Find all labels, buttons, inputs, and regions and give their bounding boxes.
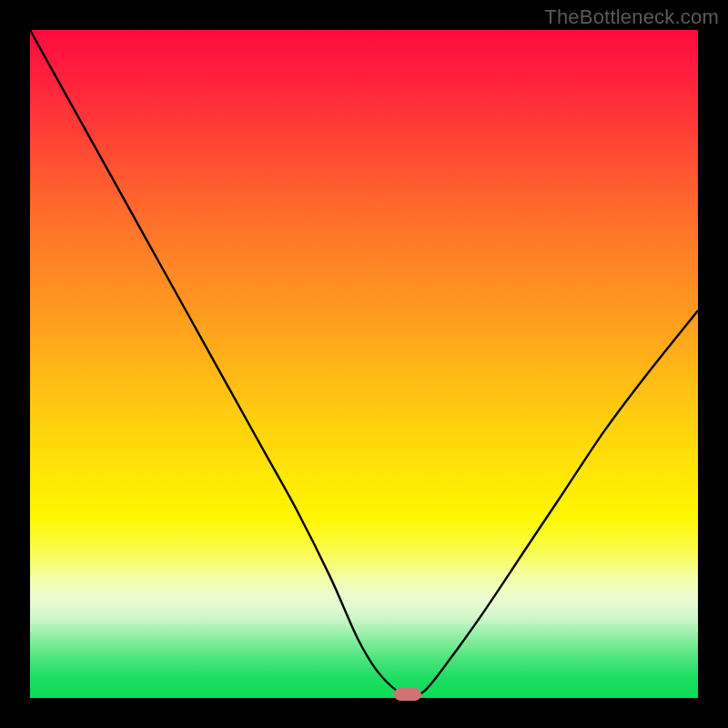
- plot-area: [30, 30, 698, 698]
- optimal-point-marker: [394, 688, 421, 701]
- watermark-text: TheBottleneck.com: [544, 5, 719, 29]
- bottleneck-curve: [30, 30, 698, 698]
- chart-container: TheBottleneck.com: [0, 0, 728, 728]
